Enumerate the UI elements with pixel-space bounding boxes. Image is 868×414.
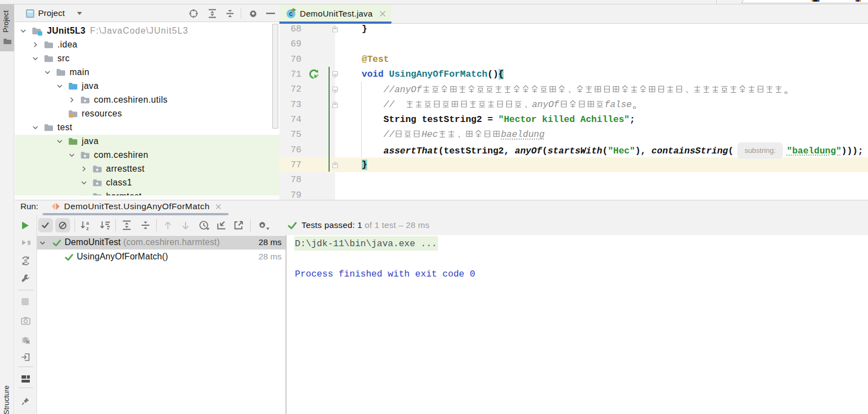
svg-text:9: 9 bbox=[28, 240, 31, 246]
svg-text:C: C bbox=[289, 10, 293, 18]
svg-text:S: S bbox=[24, 258, 27, 264]
svg-text:z: z bbox=[86, 226, 89, 231]
